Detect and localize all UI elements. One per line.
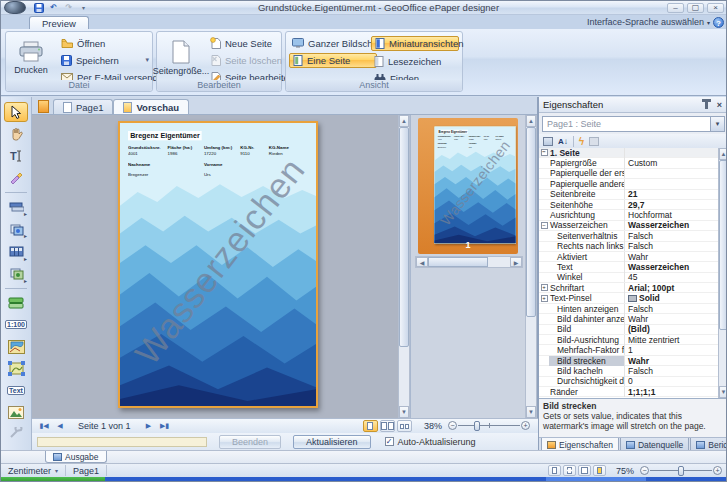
delete-page-button[interactable]: Seite löschen [207, 53, 281, 67]
scroll-up-icon[interactable]: ▲ [399, 115, 409, 127]
next-page-icon[interactable]: ▶ [141, 420, 157, 432]
categorized-view-icon[interactable] [543, 137, 553, 146]
multi-page-view-button[interactable] [397, 420, 412, 432]
scroll-down-icon[interactable]: ▼ [399, 406, 409, 418]
image-tool[interactable] [4, 403, 28, 423]
band-tool[interactable]: ▸ [4, 197, 28, 217]
table-band-tool[interactable]: ▸ [4, 241, 28, 261]
map-tool[interactable] [4, 337, 28, 357]
help-icon[interactable]: ? [713, 17, 724, 28]
tab-page1[interactable]: Page1 [53, 99, 113, 114]
open-button[interactable]: Öffnen [58, 36, 152, 50]
green-band-tool[interactable] [4, 293, 28, 313]
property-row[interactable]: Papierquelle der erste [539, 169, 727, 179]
page-size-button[interactable]: Seitengröße... [157, 35, 205, 81]
selected-thumbnail[interactable]: Bregenz Eigentümer Grundstücksnr.Fläche … [418, 118, 518, 254]
tab-vorschau[interactable]: Vorschau [113, 99, 189, 114]
pin-icon[interactable] [705, 101, 708, 109]
scroll-left-icon[interactable]: ◀ [416, 257, 428, 267]
text-frame-tool[interactable]: Text [4, 381, 28, 401]
flyout-arrow-icon[interactable]: ▸ [24, 232, 27, 239]
scale-tool[interactable]: 1:100 [4, 315, 28, 335]
preview-scrollbar[interactable]: ▲ ▼ [398, 115, 410, 418]
pan-tool[interactable] [4, 124, 28, 144]
expand-icon[interactable]: + [541, 284, 548, 291]
office-button[interactable] [4, 1, 26, 14]
language-selector[interactable]: Interface-Sprache auswählen ▾ ? [587, 15, 727, 29]
minimize-button[interactable]: – [667, 3, 684, 13]
property-row[interactable]: Papierquelle anderer S [539, 179, 727, 189]
collapse-icon[interactable]: − [541, 149, 548, 156]
property-value[interactable]: 45 [625, 272, 727, 282]
previous-page-icon[interactable]: ◀ [52, 420, 68, 432]
preview-view-button[interactable] [593, 465, 606, 476]
property-value[interactable]: Solid [625, 293, 727, 303]
property-row[interactable]: TextWasserzeichen [539, 262, 727, 272]
property-row[interactable]: Rechts nach linksFalsch [539, 242, 727, 252]
property-pages-icon[interactable] [589, 137, 599, 146]
format-brush-tool[interactable] [4, 168, 28, 188]
property-row[interactable]: Bild-AusrichtungMitte zentriert [539, 335, 727, 345]
map-frame-tool[interactable] [4, 359, 28, 379]
select-tool[interactable] [4, 102, 28, 122]
customize-tool[interactable] [4, 424, 28, 444]
property-row[interactable]: AusrichtungHochformat [539, 210, 727, 220]
property-row[interactable]: Bild dahinter anzeigWahr [539, 314, 727, 324]
save-icon[interactable] [32, 2, 45, 13]
single-page-view-button[interactable] [363, 420, 378, 432]
tab-preview[interactable]: Preview [29, 16, 89, 29]
two-page-view-button[interactable] [380, 420, 395, 432]
property-value[interactable]: 1;1;1;1 [625, 387, 727, 397]
thumbnail-page[interactable]: Bregenz Eigentümer Grundstücksnr.Fläche … [434, 126, 516, 244]
property-grid-scrollbar[interactable]: ▲ ▼ [718, 148, 727, 398]
property-value[interactable]: Wahr [625, 314, 727, 324]
property-value[interactable]: Hochformat [625, 210, 727, 220]
scrollbar-thumb[interactable] [526, 127, 536, 317]
property-row[interactable]: SeitenverhältnisFalsch [539, 231, 727, 241]
property-value[interactable]: Falsch [625, 304, 727, 314]
zoom-out-icon[interactable]: − [448, 421, 457, 430]
expand-icon[interactable]: + [541, 295, 548, 302]
property-value[interactable]: Arial; 100pt [625, 283, 727, 293]
scrollbar-thumb[interactable] [719, 160, 727, 330]
taskbar-app-button[interactable] [546, 477, 646, 482]
quick-access-menu-icon[interactable]: ▾ [77, 2, 90, 13]
property-row[interactable]: Seitenhöhe29,7 [539, 200, 727, 210]
scroll-up-icon[interactable]: ▲ [719, 148, 727, 160]
property-value[interactable]: (Bild) [625, 324, 727, 334]
property-value[interactable]: Falsch [625, 231, 727, 241]
save-button[interactable]: Speichern ▾ [58, 53, 152, 67]
property-value[interactable]: Wasserzeichen [625, 262, 727, 272]
zoom-slider[interactable]: − + [448, 420, 530, 432]
property-row[interactable]: Bild(Bild) [539, 325, 727, 335]
property-value[interactable]: Wahr [625, 252, 727, 262]
alphabetical-sort-icon[interactable]: A↓ [558, 137, 568, 146]
flyout-arrow-icon[interactable]: ▸ [24, 255, 27, 262]
thumbnails-scrollbar[interactable]: ▲ ▼ [525, 115, 537, 418]
property-value[interactable]: 0 [625, 376, 727, 386]
auto-refresh-checkbox[interactable]: ✓ [385, 437, 394, 446]
new-page-button[interactable]: Neue Seite [207, 36, 281, 50]
property-row[interactable]: Winkel45 [539, 273, 727, 283]
collapse-icon[interactable]: − [541, 222, 548, 229]
flyout-arrow-icon[interactable]: ▸ [24, 210, 27, 217]
property-value[interactable]: Custom [625, 158, 727, 168]
status-page-cell[interactable]: Page1 [66, 465, 107, 476]
property-row[interactable]: +SchriftartArial; 100pt [539, 283, 727, 293]
component-tool-2[interactable]: ▸ [4, 264, 28, 284]
full-screen-button[interactable]: Ganzer Bildschi... [289, 36, 377, 50]
scroll-up-icon[interactable]: ▲ [526, 115, 536, 127]
chevron-down-icon[interactable]: ▾ [710, 117, 724, 131]
property-value[interactable]: 1 [625, 345, 727, 355]
scroll-right-icon[interactable]: ▶ [510, 257, 522, 267]
zoom-in-icon[interactable]: + [713, 466, 722, 475]
component-tool[interactable]: ▸ [4, 219, 28, 239]
zoom-slider-thumb[interactable] [474, 421, 480, 431]
property-value[interactable]: Falsch [625, 366, 727, 376]
page-break-view-button[interactable] [563, 465, 576, 476]
redo-icon[interactable]: ↷ [62, 2, 75, 13]
text-edit-tool[interactable]: T [4, 146, 28, 166]
object-selector[interactable]: Page1 : Seite ▾ [542, 116, 725, 132]
normal-view-button[interactable] [548, 465, 561, 476]
zoom-out-icon[interactable]: − [640, 466, 649, 475]
